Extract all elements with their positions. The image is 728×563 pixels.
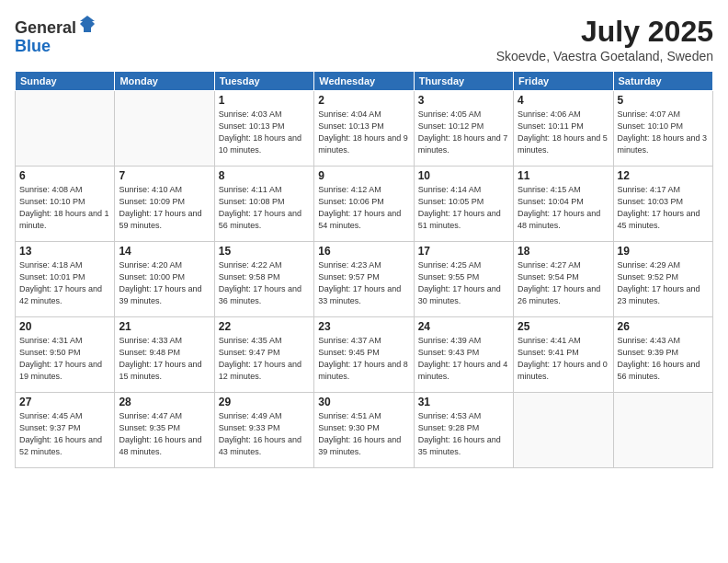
day-number: 24 [418, 320, 509, 333]
week-row-2: 6Sunrise: 4:08 AM Sunset: 10:10 PM Dayli… [16, 167, 713, 242]
day-info: Sunrise: 4:05 AM Sunset: 10:12 PM Daylig… [418, 109, 509, 156]
table-cell: 31Sunrise: 4:53 AM Sunset: 9:28 PM Dayli… [414, 393, 513, 468]
day-info: Sunrise: 4:12 AM Sunset: 10:06 PM Daylig… [318, 184, 409, 232]
header-tuesday: Tuesday [214, 72, 313, 91]
day-number: 25 [518, 320, 609, 333]
day-number: 2 [318, 94, 409, 107]
table-cell: 1Sunrise: 4:03 AM Sunset: 10:13 PM Dayli… [214, 91, 313, 167]
day-number: 1 [219, 94, 310, 107]
table-cell: 28Sunrise: 4:47 AM Sunset: 9:35 PM Dayli… [115, 393, 214, 468]
table-cell: 19Sunrise: 4:29 AM Sunset: 9:52 PM Dayli… [613, 242, 712, 317]
day-number: 26 [618, 320, 709, 333]
table-cell: 29Sunrise: 4:49 AM Sunset: 9:33 PM Dayli… [214, 393, 313, 468]
table-cell: 9Sunrise: 4:12 AM Sunset: 10:06 PM Dayli… [314, 167, 414, 242]
day-info: Sunrise: 4:29 AM Sunset: 9:52 PM Dayligh… [618, 259, 709, 307]
day-info: Sunrise: 4:03 AM Sunset: 10:13 PM Daylig… [219, 109, 310, 156]
header-sunday: Sunday [16, 72, 115, 91]
day-info: Sunrise: 4:25 AM Sunset: 9:55 PM Dayligh… [418, 259, 509, 307]
table-cell: 17Sunrise: 4:25 AM Sunset: 9:55 PM Dayli… [414, 242, 513, 317]
table-cell: 5Sunrise: 4:07 AM Sunset: 10:10 PM Dayli… [613, 91, 712, 167]
weekday-header-row: Sunday Monday Tuesday Wednesday Thursday… [16, 72, 713, 91]
day-info: Sunrise: 4:51 AM Sunset: 9:30 PM Dayligh… [318, 410, 409, 458]
day-number: 21 [119, 320, 210, 333]
table-cell [613, 393, 712, 468]
day-number: 5 [618, 94, 709, 107]
day-number: 10 [418, 169, 509, 182]
day-number: 19 [618, 245, 709, 258]
day-number: 6 [19, 169, 110, 182]
table-cell: 10Sunrise: 4:14 AM Sunset: 10:05 PM Dayl… [414, 167, 513, 242]
table-cell: 11Sunrise: 4:15 AM Sunset: 10:04 PM Dayl… [514, 167, 613, 242]
table-cell: 18Sunrise: 4:27 AM Sunset: 9:54 PM Dayli… [514, 242, 613, 317]
day-info: Sunrise: 4:49 AM Sunset: 9:33 PM Dayligh… [219, 410, 310, 458]
month-title: July 2025 [496, 15, 713, 49]
table-cell: 24Sunrise: 4:39 AM Sunset: 9:43 PM Dayli… [414, 317, 513, 393]
day-info: Sunrise: 4:08 AM Sunset: 10:10 PM Daylig… [19, 184, 110, 232]
day-number: 15 [219, 245, 310, 258]
day-number: 14 [119, 245, 210, 258]
header-monday: Monday [115, 72, 214, 91]
day-info: Sunrise: 4:33 AM Sunset: 9:48 PM Dayligh… [119, 335, 210, 383]
table-cell: 14Sunrise: 4:20 AM Sunset: 10:00 PM Dayl… [115, 242, 214, 317]
table-cell: 8Sunrise: 4:11 AM Sunset: 10:08 PM Dayli… [214, 167, 313, 242]
calendar-table: Sunday Monday Tuesday Wednesday Thursday… [15, 71, 713, 468]
day-number: 8 [219, 169, 310, 182]
table-cell: 26Sunrise: 4:43 AM Sunset: 9:39 PM Dayli… [613, 317, 712, 393]
week-row-5: 27Sunrise: 4:45 AM Sunset: 9:37 PM Dayli… [16, 393, 713, 468]
day-info: Sunrise: 4:07 AM Sunset: 10:10 PM Daylig… [618, 109, 709, 156]
day-number: 11 [518, 169, 609, 182]
header-thursday: Thursday [414, 72, 513, 91]
calendar-page: General Blue July 2025 Skoevde, Vaestra … [0, 0, 728, 563]
location-title: Skoevde, Vaestra Goetaland, Sweden [496, 49, 713, 63]
day-number: 30 [318, 396, 409, 408]
day-info: Sunrise: 4:41 AM Sunset: 9:41 PM Dayligh… [518, 335, 609, 383]
day-info: Sunrise: 4:37 AM Sunset: 9:45 PM Dayligh… [318, 335, 409, 383]
day-number: 9 [318, 169, 409, 182]
day-number: 17 [418, 245, 509, 258]
table-cell: 7Sunrise: 4:10 AM Sunset: 10:09 PM Dayli… [115, 167, 214, 242]
header-friday: Friday [514, 72, 613, 91]
day-info: Sunrise: 4:43 AM Sunset: 9:39 PM Dayligh… [618, 335, 709, 383]
title-block: July 2025 Skoevde, Vaestra Goetaland, Sw… [496, 15, 713, 63]
day-number: 4 [518, 94, 609, 107]
logo-blue-text: Blue [15, 38, 97, 56]
day-info: Sunrise: 4:15 AM Sunset: 10:04 PM Daylig… [518, 184, 609, 232]
week-row-1: 1Sunrise: 4:03 AM Sunset: 10:13 PM Dayli… [16, 91, 713, 167]
day-info: Sunrise: 4:35 AM Sunset: 9:47 PM Dayligh… [219, 335, 310, 383]
logo-general: General [15, 18, 76, 37]
day-info: Sunrise: 4:45 AM Sunset: 9:37 PM Dayligh… [19, 410, 110, 458]
day-number: 13 [19, 245, 110, 258]
table-cell: 25Sunrise: 4:41 AM Sunset: 9:41 PM Dayli… [514, 317, 613, 393]
table-cell: 16Sunrise: 4:23 AM Sunset: 9:57 PM Dayli… [314, 242, 414, 317]
table-cell: 12Sunrise: 4:17 AM Sunset: 10:03 PM Dayl… [613, 167, 712, 242]
day-info: Sunrise: 4:31 AM Sunset: 9:50 PM Dayligh… [19, 335, 110, 383]
week-row-4: 20Sunrise: 4:31 AM Sunset: 9:50 PM Dayli… [16, 317, 713, 393]
table-cell: 22Sunrise: 4:35 AM Sunset: 9:47 PM Dayli… [214, 317, 313, 393]
day-number: 31 [418, 396, 509, 408]
day-number: 22 [219, 320, 310, 333]
header-saturday: Saturday [613, 72, 712, 91]
header: General Blue July 2025 Skoevde, Vaestra … [15, 15, 713, 63]
day-number: 27 [19, 396, 110, 408]
day-number: 18 [518, 245, 609, 258]
day-info: Sunrise: 4:27 AM Sunset: 9:54 PM Dayligh… [518, 259, 609, 307]
header-wednesday: Wednesday [314, 72, 414, 91]
table-cell: 4Sunrise: 4:06 AM Sunset: 10:11 PM Dayli… [514, 91, 613, 167]
day-number: 29 [219, 396, 310, 408]
day-info: Sunrise: 4:53 AM Sunset: 9:28 PM Dayligh… [418, 410, 509, 458]
day-number: 12 [618, 169, 709, 182]
logo-blue: Blue [15, 37, 51, 55]
logo-icon [78, 15, 97, 33]
day-info: Sunrise: 4:17 AM Sunset: 10:03 PM Daylig… [618, 184, 709, 232]
table-cell: 15Sunrise: 4:22 AM Sunset: 9:58 PM Dayli… [214, 242, 313, 317]
day-info: Sunrise: 4:23 AM Sunset: 9:57 PM Dayligh… [318, 259, 409, 307]
table-cell: 3Sunrise: 4:05 AM Sunset: 10:12 PM Dayli… [414, 91, 513, 167]
day-info: Sunrise: 4:11 AM Sunset: 10:08 PM Daylig… [219, 184, 310, 232]
day-number: 16 [318, 245, 409, 258]
day-info: Sunrise: 4:18 AM Sunset: 10:01 PM Daylig… [19, 259, 110, 307]
day-info: Sunrise: 4:14 AM Sunset: 10:05 PM Daylig… [418, 184, 509, 232]
table-cell: 20Sunrise: 4:31 AM Sunset: 9:50 PM Dayli… [16, 317, 115, 393]
table-cell [514, 393, 613, 468]
table-cell: 2Sunrise: 4:04 AM Sunset: 10:13 PM Dayli… [314, 91, 414, 167]
day-number: 20 [19, 320, 110, 333]
